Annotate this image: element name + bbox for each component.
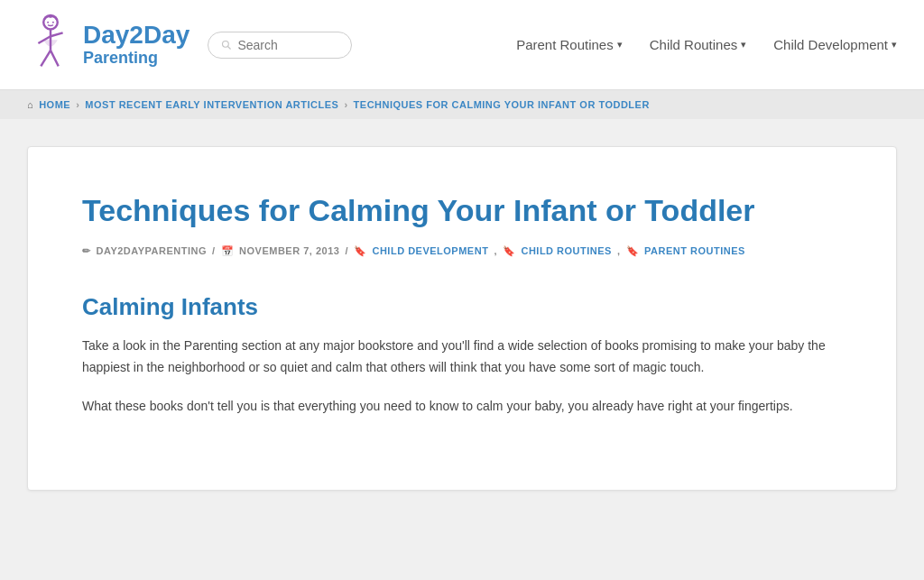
bookmark-icon-3: 🔖 — [626, 245, 640, 257]
svg-point-1 — [47, 21, 49, 23]
nav-child-development[interactable]: Child Development ▾ — [773, 37, 897, 52]
svg-line-5 — [51, 32, 63, 36]
breadcrumb-sep2: › — [344, 99, 347, 110]
meta-author: DAY2DAYPARENTING — [97, 245, 208, 256]
meta-sep1: / — [212, 245, 216, 256]
nav-parent-routines-label: Parent Routines — [516, 37, 614, 52]
site-header: Day2Day Parenting Parent Routines ▾ Chil… — [0, 0, 924, 90]
article-meta: ✏ DAY2DAYPARENTING / 📅 NOVEMBER 7, 2013 … — [82, 245, 842, 257]
meta-sep4: , — [617, 245, 621, 256]
main-nav: Parent Routines ▾ Child Routines ▾ Child… — [516, 37, 897, 52]
article-card: Techniques for Calming Your Infant or To… — [27, 146, 897, 491]
logo-text: Day2Day Parenting — [83, 22, 189, 68]
logo-sub: Parenting — [83, 50, 189, 68]
article-body: Calming Infants Take a look in the Paren… — [82, 293, 842, 418]
svg-point-8 — [223, 41, 229, 47]
body-paragraph-1: Take a look in the Parenting section at … — [82, 336, 842, 379]
breadcrumb-crumb2[interactable]: MOST RECENT EARLY INTERVENTION ARTICLES — [85, 99, 338, 110]
meta-tag-3[interactable]: PARENT ROUTINES — [644, 245, 745, 256]
meta-sep3: , — [494, 245, 497, 256]
svg-line-7 — [51, 50, 59, 65]
main-content: Techniques for Calming Your Infant or To… — [0, 119, 924, 518]
logo-name: Day2Day — [83, 22, 189, 50]
svg-line-6 — [41, 50, 51, 65]
nav-child-routines[interactable]: Child Routines ▾ — [650, 37, 747, 52]
body-paragraph-2: What these books don't tell you is that … — [82, 396, 842, 418]
search-input[interactable] — [237, 38, 338, 52]
nav-child-routines-label: Child Routines — [650, 37, 738, 52]
meta-tag-2[interactable]: CHILD ROUTINES — [521, 245, 612, 256]
breadcrumb-home[interactable]: HOME — [39, 99, 70, 110]
nav-child-routines-chevron: ▾ — [741, 39, 746, 51]
pen-icon: ✏ — [82, 245, 91, 257]
search-icon — [221, 39, 232, 51]
home-icon: ⌂ — [27, 99, 33, 110]
bookmark-icon-2: 🔖 — [503, 245, 516, 257]
search-box[interactable] — [208, 32, 352, 59]
svg-line-9 — [228, 46, 231, 49]
calendar-icon: 📅 — [221, 245, 235, 257]
article-title: Techniques for Calming Your Infant or To… — [82, 192, 842, 229]
meta-date: NOVEMBER 7, 2013 — [239, 245, 339, 256]
nav-parent-routines-chevron: ▾ — [617, 39, 623, 51]
meta-sep2: / — [345, 245, 348, 256]
section-title: Calming Infants — [82, 293, 842, 321]
breadcrumb-crumb3: TECHNIQUES FOR CALMING YOUR INFANT OR TO… — [354, 99, 650, 110]
meta-tag-1[interactable]: CHILD DEVELOPMENT — [372, 245, 488, 256]
nav-child-development-label: Child Development — [773, 37, 888, 52]
logo-icon — [27, 14, 74, 77]
svg-point-2 — [52, 21, 54, 23]
nav-parent-routines[interactable]: Parent Routines ▾ — [516, 37, 623, 52]
bookmark-icon-1: 🔖 — [354, 245, 367, 257]
breadcrumb-sep1: › — [76, 99, 79, 110]
logo[interactable]: Day2Day Parenting — [27, 14, 189, 77]
breadcrumb: ⌂ HOME › MOST RECENT EARLY INTERVENTION … — [0, 90, 924, 119]
nav-child-development-chevron: ▾ — [892, 39, 897, 51]
